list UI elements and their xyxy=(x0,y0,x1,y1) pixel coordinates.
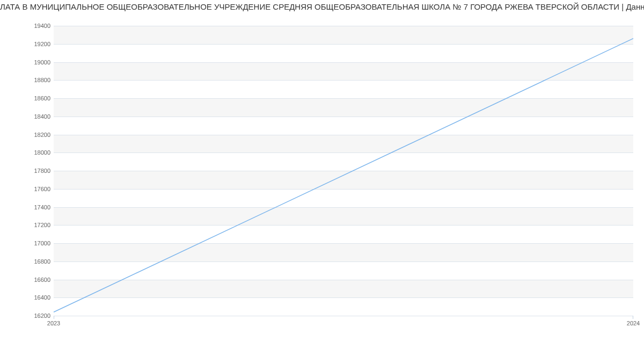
y-axis-label: 17800 xyxy=(3,168,50,174)
y-axis-label: 19200 xyxy=(3,41,50,47)
y-axis-label: 19000 xyxy=(3,59,50,66)
y-axis-label: 16200 xyxy=(3,312,50,319)
x-axis-label-1: 2024 xyxy=(627,320,640,326)
y-axis-label: 18400 xyxy=(3,113,50,120)
y-axis-label: 18200 xyxy=(3,132,50,138)
y-axis-label: 16400 xyxy=(3,294,50,301)
chart-title: ЛАТА В МУНИЦИПАЛЬНОЕ ОБЩЕОБРАЗОВАТЕЛЬНОЕ… xyxy=(0,2,644,11)
plot-area xyxy=(54,26,633,316)
y-axis-label: 17600 xyxy=(3,186,50,192)
grid-line xyxy=(54,316,633,316)
chart-container: ЛАТА В МУНИЦИПАЛЬНОЕ ОБЩЕОБРАЗОВАТЕЛЬНОЕ… xyxy=(0,0,644,349)
y-axis-label: 19400 xyxy=(3,23,50,29)
x-tick-right xyxy=(633,316,633,319)
y-axis-label: 18000 xyxy=(3,149,50,156)
y-axis-label: 17400 xyxy=(3,204,50,210)
y-axis-label: 17200 xyxy=(3,222,50,228)
y-axis-label: 18600 xyxy=(3,95,50,101)
y-axis-label: 18800 xyxy=(3,77,50,83)
x-axis-label-0: 2023 xyxy=(47,320,60,326)
y-axis-label: 16600 xyxy=(3,277,50,283)
x-tick-left xyxy=(54,316,54,319)
line-series xyxy=(54,26,633,316)
y-axis-label: 17000 xyxy=(3,240,50,246)
y-axis-label: 16800 xyxy=(3,258,50,265)
